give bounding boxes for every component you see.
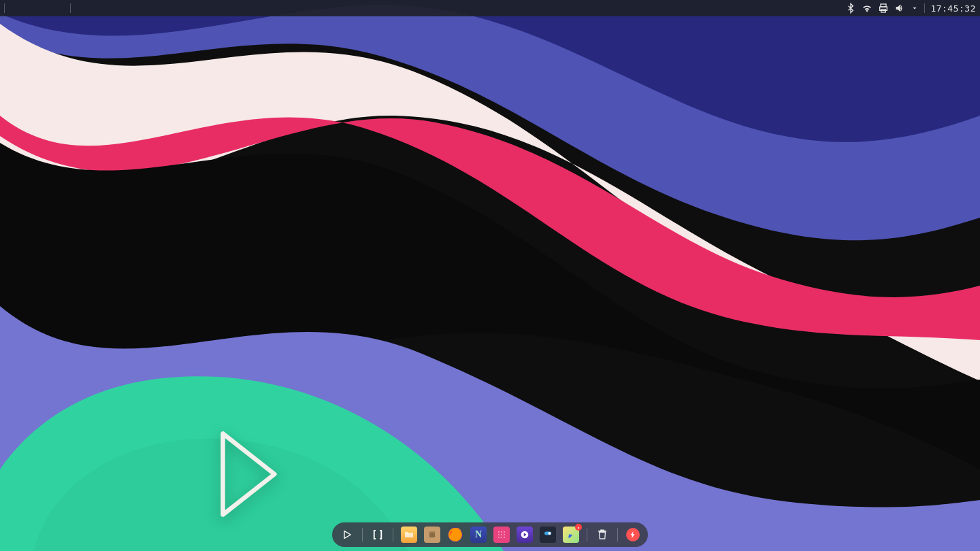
top-panel: 17:45:32 [0, 0, 980, 16]
audio-app-launcher[interactable] [493, 526, 510, 544]
printer-icon[interactable] [878, 3, 889, 14]
play-circle-icon [517, 527, 533, 543]
play-triangle-icon [342, 529, 353, 540]
tray-expander-chevron-down-icon[interactable] [911, 3, 919, 14]
svg-point-9 [498, 534, 500, 535]
desktop[interactable]: 17:45:32 [0, 0, 980, 551]
bolt-icon [626, 528, 640, 541]
toggle-icon [540, 527, 556, 543]
power-manager-button[interactable] [625, 527, 641, 543]
speaker-grid-icon [493, 527, 510, 543]
task-view-button[interactable] [370, 527, 386, 543]
software-store-launcher[interactable] [423, 526, 441, 544]
dock-panel: N • [332, 522, 648, 547]
svg-point-6 [498, 531, 500, 533]
svg-point-12 [498, 537, 500, 538]
svg-rect-3 [429, 533, 435, 537]
text-editor-launcher[interactable]: N [470, 526, 487, 544]
panel-separator [70, 3, 71, 13]
notes-app-launcher[interactable]: • [562, 526, 580, 544]
svg-point-11 [504, 534, 505, 535]
dock-separator [393, 528, 393, 541]
panel-separator [924, 3, 925, 13]
firefox-icon [447, 527, 463, 543]
folder-icon [401, 527, 417, 543]
svg-point-14 [504, 537, 505, 538]
system-settings-launcher[interactable] [539, 526, 557, 544]
package-icon [424, 527, 440, 543]
notification-badge: • [575, 524, 582, 531]
clock[interactable]: 17:45:32 [930, 3, 976, 14]
trash-button[interactable] [594, 527, 610, 543]
svg-rect-4 [429, 531, 435, 533]
svg-point-7 [501, 531, 502, 533]
dock-separator [587, 528, 587, 541]
volume-icon[interactable] [894, 3, 905, 14]
brackets-icon [372, 529, 384, 541]
firefox-launcher[interactable] [446, 526, 464, 544]
svg-point-10 [501, 534, 502, 535]
media-player-launcher[interactable] [516, 526, 534, 544]
wallpaper [0, 0, 980, 551]
dock-separator [362, 528, 363, 541]
wifi-icon[interactable] [862, 3, 872, 14]
bluetooth-icon[interactable] [845, 3, 856, 14]
svg-point-17 [549, 532, 551, 535]
svg-point-8 [504, 531, 505, 533]
file-manager-launcher[interactable] [400, 526, 418, 544]
svg-point-13 [501, 537, 502, 538]
panel-separator [4, 3, 5, 13]
trash-icon [596, 529, 608, 541]
dock-separator [617, 528, 618, 541]
n-icon: N [470, 527, 487, 543]
app-launcher-button[interactable] [339, 527, 355, 543]
